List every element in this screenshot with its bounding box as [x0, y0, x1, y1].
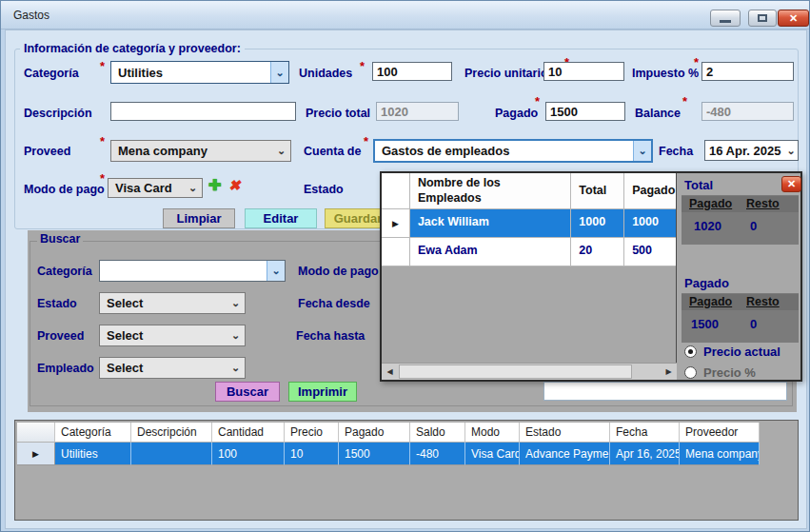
cell-categoria[interactable]: Utilities — [55, 443, 131, 465]
pagado-input[interactable] — [545, 102, 625, 121]
precio-actual-radio[interactable] — [684, 345, 697, 358]
chevron-down-icon[interactable]: ⌄ — [227, 325, 245, 345]
title-bar[interactable]: Gastos ✕ — [1, 1, 809, 30]
cell-modo[interactable]: Visa Card — [465, 443, 520, 465]
cell-pagado[interactable]: 1500 — [339, 443, 410, 465]
precio-unitario-input[interactable] — [543, 62, 624, 81]
empleado-row[interactable]: Ewa Adam 20 500 — [382, 238, 676, 266]
buscar-button[interactable]: Buscar — [215, 382, 280, 402]
fecha-desde-label: Fecha desde — [298, 297, 370, 310]
column-header-nombre[interactable]: Nombre de los Empleados — [410, 173, 571, 209]
impuesto-input[interactable] — [701, 62, 794, 81]
pagado-column-header: Pagado — [689, 295, 732, 308]
proveed-combobox[interactable]: Mena company ⌄ — [110, 140, 291, 162]
modo-de-pago-combobox[interactable]: Visa Card ⌄ — [108, 178, 203, 198]
close-icon: ✕ — [787, 178, 796, 189]
maximize-icon — [758, 14, 767, 22]
column-header-cantidad[interactable]: Cantidad — [212, 423, 285, 443]
cell-saldo[interactable]: -480 — [410, 443, 465, 465]
popup-close-button[interactable]: ✕ — [781, 176, 801, 192]
cell-fecha[interactable]: Apr 16, 2025 — [610, 443, 680, 465]
cell-cantidad[interactable]: 100 — [212, 443, 285, 465]
cell-nombre[interactable]: Ewa Adam — [410, 238, 571, 266]
search-empleado-select[interactable]: Select ⌄ — [99, 357, 246, 379]
cell-descripcion[interactable] — [131, 443, 212, 465]
balance-label: Balance — [635, 107, 681, 120]
search-estado-select[interactable]: Select ⌄ — [99, 292, 246, 314]
pagado-resto-value: 0 — [750, 317, 757, 331]
pagado-required-marker: * — [535, 94, 540, 108]
column-header-fecha[interactable]: Fecha — [610, 423, 680, 443]
column-header-descripcion[interactable]: Descripción — [131, 423, 212, 443]
row-header[interactable]: ▶ — [17, 443, 55, 465]
estado-label: Estado — [304, 183, 344, 196]
precio-actual-label: Precio actual — [703, 345, 780, 359]
cell-total[interactable]: 1000 — [571, 209, 624, 238]
delete-payment-icon[interactable]: ✖ — [228, 177, 241, 194]
chevron-down-icon[interactable]: ⌄ — [784, 141, 798, 160]
cell-pagado[interactable]: 500 — [624, 238, 676, 266]
cell-nombre[interactable]: Jack William — [410, 209, 571, 238]
row-header[interactable] — [382, 238, 410, 266]
maximize-button[interactable] — [748, 10, 777, 27]
cell-total[interactable]: 20 — [571, 238, 624, 266]
column-header-categoria[interactable]: Categoría — [55, 423, 131, 443]
chevron-down-icon[interactable]: ⌄ — [267, 261, 285, 281]
unidades-input[interactable] — [372, 62, 452, 81]
column-header-pagado[interactable]: Pagado — [339, 423, 410, 443]
results-grid: Categoría Descripción Cantidad Precio Pa… — [14, 420, 799, 521]
categoria-combobox[interactable]: Utilities ⌄ — [110, 61, 289, 84]
column-header-saldo[interactable]: Saldo — [410, 423, 465, 443]
descripcion-input[interactable] — [110, 102, 296, 121]
column-header-estado[interactable]: Estado — [520, 423, 610, 443]
precio-total-field — [376, 102, 459, 121]
results-data-row[interactable]: ▶ Utilities 100 10 1500 -480 Visa Card A… — [17, 443, 760, 465]
scroll-right-icon[interactable]: ▶ — [661, 364, 677, 380]
chevron-down-icon[interactable]: ⌄ — [184, 179, 202, 197]
column-header-pagado[interactable]: Pagado — [624, 173, 676, 209]
grid-corner-cell[interactable] — [17, 423, 55, 443]
cell-estado[interactable]: Advance Payment — [520, 443, 610, 465]
cell-proveedor[interactable]: Mena company — [680, 443, 760, 465]
grid-corner-cell[interactable] — [382, 173, 410, 209]
cell-precio[interactable]: 10 — [285, 443, 339, 465]
search-categoria-combobox[interactable]: ⌄ — [99, 260, 286, 282]
search-categoria-label: Categoría — [37, 265, 92, 278]
scroll-left-icon[interactable]: ◀ — [382, 364, 398, 380]
chevron-down-icon[interactable]: ⌄ — [272, 141, 290, 161]
hidden-text-field[interactable] — [543, 382, 787, 401]
row-header[interactable]: ▶ — [382, 209, 410, 238]
column-header-proveedor[interactable]: Proveedor — [680, 423, 760, 443]
chevron-down-icon[interactable]: ⌄ — [633, 141, 651, 161]
chevron-down-icon[interactable]: ⌄ — [227, 358, 245, 378]
minimize-icon — [720, 20, 731, 23]
row-selector-icon: ▶ — [32, 449, 39, 459]
precio-pct-label: Precio % — [703, 365, 756, 380]
column-header-modo[interactable]: Modo — [465, 423, 520, 443]
chevron-down-icon[interactable]: ⌄ — [227, 293, 245, 313]
modo-de-pago-label: Modo de pago — [24, 183, 105, 196]
cell-pagado[interactable]: 1000 — [624, 209, 676, 238]
chevron-down-icon[interactable]: ⌄ — [270, 62, 288, 83]
imprimir-button[interactable]: Imprimir — [288, 382, 357, 402]
empleado-row-selected[interactable]: ▶ Jack William 1000 1000 — [382, 209, 676, 238]
precio-pct-radio[interactable] — [684, 366, 697, 379]
proveed-combobox-value: Mena company — [111, 144, 272, 158]
fecha-label: Fecha — [659, 145, 693, 158]
scrollbar-thumb[interactable] — [399, 365, 632, 379]
total-resto-value: 0 — [750, 219, 757, 233]
column-header-total[interactable]: Total — [571, 173, 624, 209]
column-header-precio[interactable]: Precio — [285, 423, 339, 443]
search-proveed-select[interactable]: Select ⌄ — [99, 325, 246, 346]
proveed-label: Proveed — [24, 145, 70, 158]
minimize-button[interactable] — [710, 10, 741, 27]
horizontal-scrollbar[interactable]: ◀ ▶ — [382, 363, 677, 380]
search-proveed-value: Select — [100, 328, 227, 343]
cuenta-combobox[interactable]: Gastos de empleados ⌄ — [373, 139, 653, 163]
close-window-button[interactable]: ✕ — [778, 10, 809, 27]
editar-button[interactable]: Editar — [245, 208, 317, 228]
add-payment-icon[interactable]: ✚ — [208, 176, 221, 194]
limpiar-button[interactable]: Limpiar — [163, 208, 235, 228]
search-empleado-label: Empleado — [37, 362, 94, 375]
fecha-datepicker[interactable]: 16 Apr. 2025 ⌄ — [704, 140, 799, 161]
